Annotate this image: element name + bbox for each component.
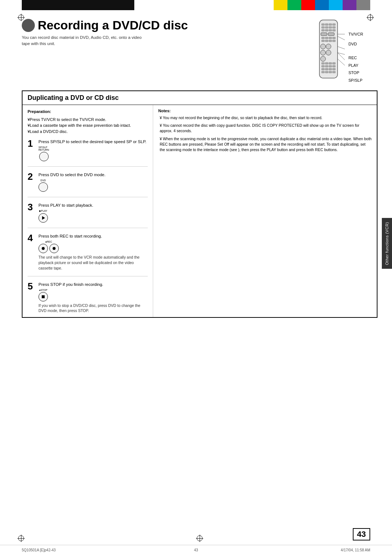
- step-4-content: Press both REC to start recording. ●REC: [38, 233, 148, 271]
- step-4-number: 4: [28, 233, 36, 243]
- svg-rect-6: [325, 27, 328, 28]
- remote-labels: TV/VCR DVD REC PLAY STOP SP/SLP: [348, 18, 363, 83]
- step-2: 2 Press DVD to select the DVD mode. DVD: [28, 172, 148, 197]
- stop-btn-wrapper: ●STOP: [38, 289, 48, 301]
- label-dvd: DVD: [348, 41, 363, 47]
- remote-svg: [312, 18, 345, 80]
- stop-btn-label: ●STOP: [39, 289, 47, 291]
- dvd-btn-wrapper: DVD: [38, 179, 48, 192]
- label-tv-vcr: TV/VCR: [348, 31, 363, 37]
- label-rec: REC: [348, 55, 363, 61]
- color-blocks: [274, 0, 370, 10]
- bottom-bar: 5Q10501A [E]p42-43 43 4/17/04, 11:58 AM: [0, 545, 392, 555]
- svg-rect-30: [329, 62, 332, 64]
- step-2-number: 2: [28, 172, 36, 181]
- svg-point-23: [320, 44, 326, 49]
- svg-rect-40: [322, 71, 324, 73]
- step-1-number: 1: [28, 139, 36, 148]
- svg-rect-29: [325, 62, 328, 64]
- note-text-0: ¥ You may not record the beginning of th…: [160, 115, 322, 121]
- play-btn-wrapper: ▶PLAY: [38, 210, 48, 223]
- left-column: Preparation: ¥Press TV/VCR to select the…: [23, 105, 153, 317]
- svg-line-46: [338, 46, 345, 49]
- prep-item-2: ¥Load a DVD/CD disc.: [28, 129, 148, 135]
- step-3: 3 Press PLAY to start playback. ▶PLAY: [28, 202, 148, 228]
- svg-rect-17: [329, 37, 332, 39]
- rec-btn-circle-2: [49, 244, 59, 253]
- side-tab-text: Other functions (VCR): [385, 222, 389, 265]
- svg-line-49: [338, 59, 345, 65]
- step-4: 4 Press both REC to start recording. ●RE…: [28, 233, 148, 276]
- svg-point-26: [326, 50, 331, 55]
- bottom-left-text: 5Q10501A [E]p42-43: [22, 548, 56, 552]
- svg-rect-28: [322, 62, 324, 64]
- svg-rect-37: [325, 68, 328, 70]
- dvd-btn-circle: [38, 182, 48, 192]
- title-text: Recording a DVD/CD disc: [38, 18, 188, 32]
- svg-rect-18: [332, 37, 335, 39]
- title-section: Recording a DVD/CD disc You can record d…: [22, 18, 377, 83]
- svg-point-24: [326, 44, 331, 49]
- play-btn-label: ▶PLAY: [39, 210, 47, 212]
- svg-rect-13: [321, 33, 327, 36]
- step-3-content: Press PLAY to start playback. ▶PLAY: [38, 202, 148, 223]
- step-1-text: Press SP/SLP to select the desired tape …: [38, 139, 148, 145]
- note-text-2: ¥ When the scanning mode is set to the p…: [160, 136, 372, 153]
- bottom-right-text: 4/17/04, 11:58 AM: [341, 548, 370, 552]
- black-bar: [22, 0, 134, 10]
- page-title: Recording a DVD/CD disc: [22, 18, 301, 32]
- svg-rect-39: [332, 68, 335, 70]
- prep-item-1: ¥Load a cassette tape with the erase pre…: [28, 122, 148, 129]
- svg-rect-15: [322, 37, 324, 39]
- svg-rect-20: [325, 40, 328, 42]
- step-3-text: Press PLAY to start playback.: [38, 202, 148, 208]
- section-title: Duplicating a DVD or CD disc: [23, 91, 377, 105]
- svg-rect-38: [329, 68, 332, 70]
- step-1: 1 Press SP/SLP to select the desired tap…: [28, 139, 148, 167]
- title-bullet: [22, 19, 35, 32]
- right-column: Notes: ¥ You may not record the beginnin…: [153, 105, 377, 317]
- svg-rect-34: [329, 65, 332, 67]
- step-4-subtext: The unit will change to the VCR mode aut…: [38, 255, 148, 271]
- notes-title: Notes:: [158, 109, 372, 113]
- svg-rect-33: [325, 65, 328, 67]
- gray-block: [356, 0, 370, 10]
- svg-rect-19: [322, 40, 324, 42]
- step-4-button: ●REC: [38, 240, 148, 253]
- step-5-content: Press STOP if you finish recording. ●STO…: [38, 281, 148, 313]
- note-item-0: ¥ You may not record the beginning of th…: [158, 115, 372, 121]
- purple-block: [343, 0, 356, 10]
- blue-block: [315, 0, 329, 10]
- svg-rect-2: [325, 24, 328, 25]
- svg-rect-31: [332, 62, 335, 64]
- svg-line-48: [338, 53, 345, 60]
- svg-rect-14: [328, 33, 334, 36]
- green-block: [287, 0, 301, 10]
- svg-rect-9: [322, 29, 324, 31]
- svg-rect-42: [329, 71, 332, 73]
- svg-point-27: [320, 56, 326, 61]
- svg-line-45: [338, 36, 345, 40]
- svg-rect-16: [325, 37, 328, 39]
- bottom-center-text: 43: [194, 548, 198, 552]
- svg-rect-41: [325, 71, 328, 73]
- label-sp-slp: SP/SLP: [348, 77, 363, 84]
- cyan-block: [329, 0, 343, 10]
- svg-rect-22: [332, 40, 335, 42]
- svg-rect-12: [332, 29, 335, 31]
- svg-rect-32: [322, 65, 324, 67]
- section-content: Preparation: ¥Press TV/VCR to select the…: [23, 105, 377, 317]
- play-btn-circle: [38, 213, 48, 223]
- rec-btn-label: ●REC: [45, 240, 52, 243]
- svg-rect-7: [329, 27, 332, 28]
- prep-area: Preparation: ¥Press TV/VCR to select the…: [28, 109, 148, 134]
- svg-rect-21: [329, 40, 332, 42]
- label-stop: STOP: [348, 70, 363, 76]
- rec-btn-wrapper: ●REC: [38, 240, 59, 253]
- step-3-number: 3: [28, 202, 36, 212]
- svg-rect-1: [322, 24, 324, 25]
- spslp-btn-wrapper: SP/SLPRETURN: [38, 146, 49, 161]
- step-5-subtext: If you wish to stop a DVD/CD disc, press…: [38, 303, 148, 313]
- step-5: 5 Press STOP if you finish recording. ●S…: [28, 281, 148, 313]
- spslp-btn-circle: [39, 152, 49, 161]
